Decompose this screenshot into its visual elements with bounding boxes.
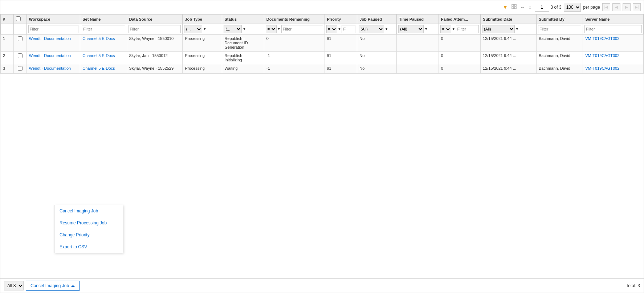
col-header-timepaused: Time Paused (397, 15, 439, 24)
col-header-workspace: Workspace (27, 15, 80, 24)
row-select-checkbox[interactable] (18, 53, 23, 58)
setname-link[interactable]: Channel 5 E-Docs (82, 53, 115, 58)
row-submittedby: Bachmann, David (536, 34, 583, 52)
row-jobtype: Processing (183, 64, 222, 74)
filter-jobpaused-arrow: ▼ (385, 27, 388, 31)
filter-docsrem-arrow: ▼ (277, 27, 281, 31)
next-page-button[interactable]: ▶ (623, 3, 631, 11)
col-header-docsrem: Documents Remaining (264, 15, 325, 24)
row-workspace: Wendt - Documentation (27, 52, 80, 64)
select-all-checkbox[interactable] (16, 16, 21, 21)
filter-failedattempt-input[interactable] (456, 25, 479, 33)
filter-submittedby-input[interactable] (538, 25, 581, 33)
context-menu: Cancel Imaging JobResume Processing JobC… (54, 205, 123, 253)
page-wrapper: ▼ ↔ ↕ 3 of 3 100 10 25 50 250 per page (0, 0, 644, 293)
sort-icon[interactable]: ↕ (528, 4, 533, 11)
filter-check (13, 24, 27, 34)
page-number-input[interactable] (535, 3, 549, 12)
workspace-link[interactable]: Wendt - Documentation (29, 66, 71, 70)
first-page-button[interactable]: |◀ (602, 3, 610, 11)
row-select-checkbox[interactable] (18, 36, 23, 41)
filter-setname-input[interactable] (82, 25, 125, 33)
row-docsrem: -1 (264, 64, 325, 74)
row-status: Waiting (222, 64, 264, 74)
filter-submitteddate: (All) ▼ (481, 24, 537, 34)
group-icon[interactable] (510, 3, 518, 11)
table-row: 3 Wendt - Documentation Channel 5 E-Docs… (1, 64, 644, 74)
fit-columns-icon[interactable]: ↔ (519, 4, 526, 11)
row-workspace: Wendt - Documentation (27, 34, 80, 52)
row-failedattempt: 0 (439, 64, 480, 74)
row-status: Republish - Initializing (222, 52, 264, 64)
row-setname: Channel 5 E-Docs (80, 34, 127, 52)
setname-link[interactable]: Channel 5 E-Docs (82, 36, 115, 41)
filter-servername (583, 24, 644, 34)
svg-rect-2 (512, 7, 514, 9)
filter-jobtype-op[interactable]: (... (184, 25, 202, 33)
filter-servername-input[interactable] (584, 25, 642, 33)
context-menu-item[interactable]: Export to CSV (54, 241, 123, 253)
filter-failedattempt-op[interactable]: = (440, 25, 451, 33)
filter-timepaused: (All) ▼ (397, 24, 439, 34)
row-status: Republish - Document ID Generation (222, 34, 264, 52)
row-num: 3 (1, 64, 14, 74)
filter-status-op[interactable]: (... (224, 25, 242, 33)
action-button[interactable]: Cancel Imaging Job (26, 281, 80, 291)
per-page-select[interactable]: 100 10 25 50 250 (564, 3, 581, 12)
row-submitteddate: 12/15/2021 9:44 ... (481, 52, 537, 64)
filter-priority-input[interactable] (342, 25, 355, 33)
filter-num (1, 24, 14, 34)
filter-workspace-input[interactable] (28, 25, 78, 33)
table-row: 2 Wendt - Documentation Channel 5 E-Docs… (1, 52, 644, 64)
row-datasource: Skylar, Wayne - 1552529 (127, 64, 183, 74)
col-header-submitteddate: Submitted Date (481, 15, 537, 24)
filter-submitteddate-arrow: ▼ (515, 27, 519, 31)
row-timepaused (397, 52, 439, 64)
svg-rect-3 (514, 7, 516, 9)
total-info: Total: 3 (626, 283, 640, 288)
filter-jobpaused-select[interactable]: (All) (359, 25, 384, 33)
table-body: 1 Wendt - Documentation Channel 5 E-Docs… (1, 34, 644, 74)
filter-priority-op[interactable]: = (326, 25, 337, 33)
filter-datasource (127, 24, 183, 34)
prev-page-button[interactable]: ◀ (612, 3, 620, 11)
all-select[interactable]: All 3 (4, 281, 24, 290)
row-timepaused (397, 34, 439, 52)
col-header-datasource: Data Source (127, 15, 183, 24)
filter-status-arrow: ▼ (242, 27, 246, 31)
filter-priority-arrow: ▼ (338, 27, 341, 31)
filter-row: (... ▼ (... ▼ = ▼ (1, 24, 644, 34)
filter-datasource-input[interactable] (129, 25, 181, 33)
row-checkbox (13, 34, 27, 52)
filter-jobtype-arrow: ▼ (203, 27, 206, 31)
col-header-setname: Set Name (80, 15, 127, 24)
context-menu-item[interactable]: Cancel Imaging Job (54, 205, 123, 217)
row-submittedby: Bachmann, David (536, 52, 583, 64)
setname-link[interactable]: Channel 5 E-Docs (82, 66, 115, 70)
filter-workspace (27, 24, 80, 34)
row-submitteddate: 12/15/2021 9:44 ... (481, 64, 537, 74)
filter-submitteddate-select[interactable]: (All) (482, 25, 515, 33)
context-menu-item[interactable]: Change Priority (54, 229, 123, 241)
servername-link[interactable]: VM-T019CAGT002 (585, 53, 619, 58)
servername-link[interactable]: VM-T019CAGT002 (585, 66, 619, 70)
row-checkbox (13, 64, 27, 74)
workspace-link[interactable]: Wendt - Documentation (29, 53, 71, 58)
row-timepaused (397, 64, 439, 74)
filter-docsrem-op[interactable]: = (266, 25, 277, 33)
row-jobtype: Processing (183, 52, 222, 64)
row-checkbox (13, 52, 27, 64)
workspace-link[interactable]: Wendt - Documentation (29, 36, 71, 41)
row-num: 1 (1, 34, 14, 52)
toolbar: ▼ ↔ ↕ 3 of 3 100 10 25 50 250 per page (0, 0, 644, 14)
row-select-checkbox[interactable] (18, 66, 23, 71)
filter-jobpaused: (All) ▼ (357, 24, 397, 34)
filter-docsrem-input[interactable] (281, 25, 323, 33)
context-menu-item[interactable]: Resume Processing Job (54, 217, 123, 229)
row-submitteddate: 12/15/2021 9:44 ... (481, 34, 537, 52)
bottom-bar: All 3 Cancel Imaging Job Total: 3 (0, 278, 644, 293)
filter-icon[interactable]: ▼ (502, 4, 509, 11)
last-page-button[interactable]: ▶| (633, 3, 641, 11)
servername-link[interactable]: VM-T019CAGT002 (585, 36, 619, 41)
filter-timepaused-select[interactable]: (All) (398, 25, 424, 33)
